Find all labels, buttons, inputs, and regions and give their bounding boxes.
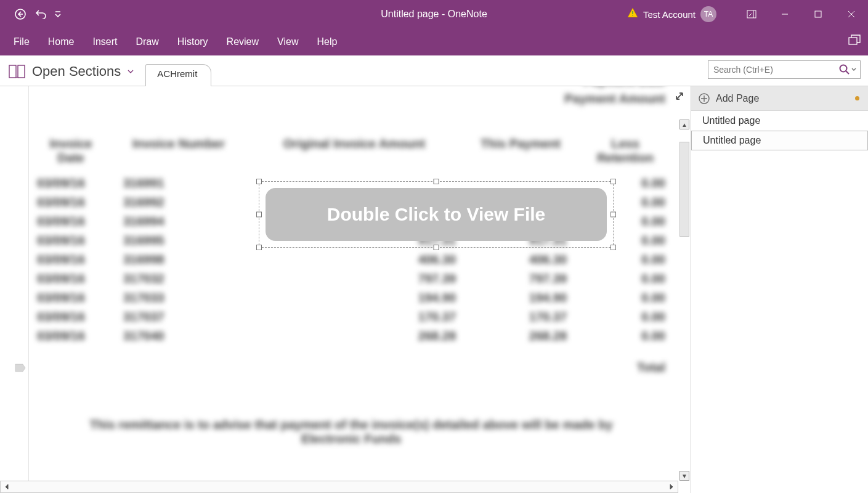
resize-handle[interactable] <box>256 212 262 218</box>
table-row: 03/09/16317040268.28268.280.00 <box>37 329 665 343</box>
unsynced-indicator-icon <box>855 96 859 100</box>
full-page-view-icon[interactable] <box>675 91 688 107</box>
notebook-label: Open Sections <box>32 63 121 79</box>
warning-icon[interactable] <box>627 7 638 21</box>
svg-rect-2 <box>632 15 633 17</box>
menu-home[interactable]: Home <box>48 36 75 47</box>
scroll-thumb[interactable] <box>679 142 689 237</box>
resize-handle[interactable] <box>610 245 616 250</box>
page-list-item[interactable]: Untitled page <box>691 131 868 150</box>
add-page-button[interactable]: Add Page <box>691 86 868 111</box>
scroll-right-icon[interactable] <box>667 482 676 492</box>
resize-handle[interactable] <box>256 179 262 184</box>
svg-rect-3 <box>747 10 756 18</box>
page-list-panel: Add Page Untitled page Untitled page <box>691 86 868 493</box>
scroll-up-icon[interactable]: ▲ <box>679 120 689 129</box>
close-button[interactable] <box>837 0 866 28</box>
page-margin <box>28 86 29 481</box>
note-container-handle[interactable] <box>15 364 26 375</box>
menu-file[interactable]: File <box>14 36 30 47</box>
search-icon[interactable] <box>839 64 856 75</box>
vertical-scrollbar[interactable]: ▲ ▼ <box>678 120 691 481</box>
window-title: Untitled page - OneNote <box>381 9 487 20</box>
menu-review[interactable]: Review <box>227 36 259 47</box>
window-cascade-icon[interactable] <box>848 35 861 48</box>
search-input[interactable] <box>713 65 839 75</box>
ribbon-tabs: File Home Insert Draw History Review Vie… <box>0 28 868 55</box>
embedded-file-label: Double Click to View File <box>266 188 607 241</box>
resize-handle[interactable] <box>256 245 262 250</box>
qat-customize-button[interactable] <box>53 5 63 23</box>
resize-handle[interactable] <box>434 179 439 184</box>
resize-handle[interactable] <box>610 179 616 184</box>
add-page-label: Add Page <box>716 93 759 104</box>
section-tab-achremit[interactable]: ACHremit <box>145 64 211 86</box>
menu-history[interactable]: History <box>177 36 208 47</box>
title-bar: Untitled page - OneNote Test Account TA <box>0 0 868 28</box>
undo-button[interactable] <box>32 5 51 23</box>
menu-view[interactable]: View <box>277 36 298 47</box>
svg-rect-7 <box>18 65 25 78</box>
table-row: 03/09/16317033194.90194.900.00 <box>37 291 665 305</box>
scroll-down-icon[interactable]: ▼ <box>679 471 689 481</box>
svg-point-8 <box>840 65 847 72</box>
blurred-document-content: Payment Date Payment Amount Invoice Date… <box>37 86 665 446</box>
resize-handle[interactable] <box>610 212 616 218</box>
page-canvas[interactable]: Payment Date Payment Amount Invoice Date… <box>0 86 691 493</box>
maximize-button[interactable] <box>804 0 832 28</box>
back-button[interactable] <box>11 5 30 23</box>
sections-bar: Open Sections ACHremit <box>0 55 868 86</box>
menu-help[interactable]: Help <box>317 36 337 47</box>
svg-rect-6 <box>9 65 16 78</box>
account-name[interactable]: Test Account <box>643 9 696 20</box>
scroll-left-icon[interactable] <box>2 482 12 492</box>
resize-handle[interactable] <box>434 245 439 250</box>
page-list-item[interactable]: Untitled page <box>691 111 868 131</box>
horizontal-scrollbar[interactable] <box>0 481 678 493</box>
table-row: 03/09/16316998406.30406.300.00 <box>37 253 665 267</box>
menu-draw[interactable]: Draw <box>136 36 158 47</box>
avatar[interactable]: TA <box>700 6 716 22</box>
table-row: 03/09/16317037170.37170.370.00 <box>37 310 665 324</box>
minimize-button[interactable] <box>771 0 799 28</box>
svg-rect-1 <box>632 11 633 14</box>
embedded-file-object[interactable]: Double Click to View File <box>259 181 614 248</box>
svg-rect-5 <box>849 38 857 44</box>
notebook-dropdown[interactable]: Open Sections <box>9 63 134 86</box>
svg-rect-4 <box>815 11 821 17</box>
search-box[interactable] <box>708 60 861 79</box>
menu-insert[interactable]: Insert <box>92 36 117 47</box>
ribbon-display-button[interactable] <box>737 0 766 28</box>
table-row: 03/09/16317032797.39797.390.00 <box>37 272 665 286</box>
